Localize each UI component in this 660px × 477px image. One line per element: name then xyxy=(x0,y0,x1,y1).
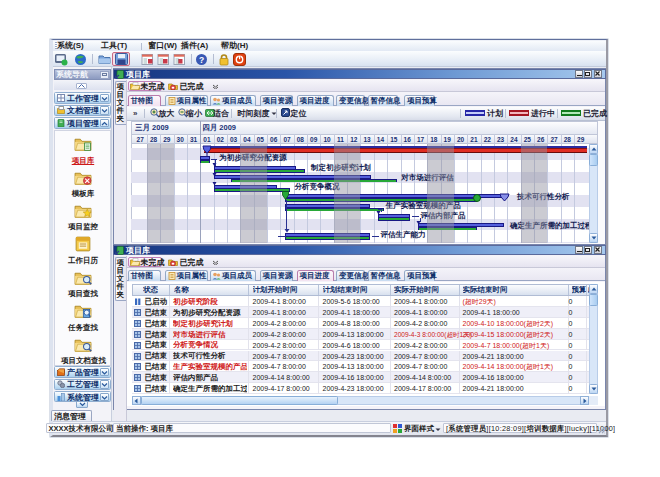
svg-text:?: ? xyxy=(199,54,204,64)
